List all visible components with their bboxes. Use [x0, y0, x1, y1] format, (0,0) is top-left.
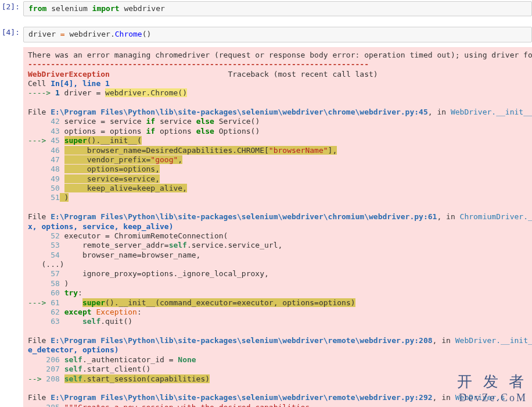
highlighted-code: webdriver.Chrome()	[105, 88, 187, 97]
file-path: E:\Program Files\Python\lib\site-package…	[51, 393, 432, 402]
file-path: E:\Program Files\Python\lib\site-package…	[51, 212, 437, 221]
dash-line: ----------------------------------------…	[28, 60, 369, 69]
output-prompt	[0, 44, 23, 407]
file-path: E:\Program Files\Python\lib\site-package…	[51, 108, 428, 116]
code-line: driver = webdriver.Chrome()	[28, 30, 527, 39]
file-path: E:\Program Files\Python\lib\site-package…	[51, 336, 432, 345]
output-row: There was an error managing chromedriver…	[0, 44, 532, 407]
code-line: from selenium import webdriver	[28, 4, 527, 13]
func-name: WebDriver.__init__	[455, 336, 532, 345]
code-input[interactable]: from selenium import webdriver	[23, 1, 532, 16]
in-label: In[4], line 1	[51, 79, 110, 88]
traceback-output: There was an error managing chromedriver…	[23, 47, 532, 407]
func-name: WebDriver.__init__	[451, 108, 532, 116]
exception-name: WebDriverException	[28, 70, 110, 78]
warning-line: There was an error managing chromedriver…	[28, 51, 532, 59]
code-cell: [4]: driver = webdriver.Chrome()	[0, 26, 532, 43]
cell-label: Cell	[28, 79, 51, 88]
traceback-pre: There was an error managing chromedriver…	[28, 51, 527, 407]
func-name: ChromiumDriver.__init__	[460, 212, 532, 221]
func-name: WebDriver.s	[455, 393, 505, 402]
arrow: ---->	[28, 88, 55, 97]
code-cell: [2]: from selenium import webdriver	[0, 0, 532, 17]
cell-prompt: [2]:	[0, 0, 23, 17]
cell-prompt: [4]:	[0, 26, 23, 43]
traceback-label: Traceback (most recent call last)	[228, 70, 378, 78]
code-input[interactable]: driver = webdriver.Chrome()	[23, 27, 532, 42]
